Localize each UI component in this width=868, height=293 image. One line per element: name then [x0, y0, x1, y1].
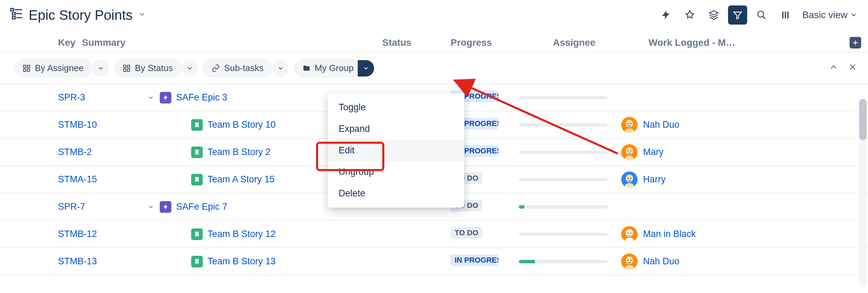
svg-point-38	[630, 260, 631, 261]
assignee-link[interactable]: Nah Duo	[643, 256, 680, 267]
expand-caret[interactable]	[147, 95, 155, 101]
chip-caret-my-group[interactable]	[358, 60, 374, 76]
svg-point-34	[630, 232, 631, 233]
svg-rect-12	[27, 65, 30, 68]
folder-icon	[302, 64, 311, 72]
structure-icon	[10, 7, 23, 24]
issue-summary-link[interactable]: Team B Story 12	[208, 229, 276, 239]
assignee-link[interactable]: Nah Duo	[643, 120, 680, 130]
issue-key-link[interactable]: STMB-12	[58, 229, 97, 239]
svg-rect-11	[24, 65, 26, 68]
view-selector[interactable]: Basic view	[802, 10, 857, 20]
story-icon	[191, 174, 203, 185]
menu-item-delete[interactable]: Delete	[328, 183, 464, 204]
view-label: Basic view	[802, 10, 848, 20]
chip-caret-sub-tasks[interactable]	[272, 60, 289, 76]
issue-summary-link[interactable]: SAFe Epic 3	[176, 92, 227, 103]
layers-icon[interactable]	[704, 5, 723, 25]
progress-bar	[519, 205, 608, 209]
menu-item-edit[interactable]: Edit	[328, 140, 464, 161]
svg-rect-14	[27, 69, 30, 71]
issue-summary-link[interactable]: Team B Story 10	[208, 120, 276, 130]
chip-caret-by-status[interactable]	[182, 60, 198, 76]
status-badge[interactable]: IN PROGRESS	[451, 254, 498, 266]
group-chip-by-assignee[interactable]: By Assignee	[14, 59, 93, 78]
menu-item-toggle[interactable]: Toggle	[328, 97, 464, 118]
progress-bar	[519, 96, 608, 99]
collapse-all-icon[interactable]	[829, 62, 838, 74]
column-header-summary[interactable]: Summary	[79, 37, 382, 48]
group-chip-my-group[interactable]: My Group	[294, 59, 362, 78]
pin-icon[interactable]	[680, 5, 699, 25]
assignee-link[interactable]: Harry	[643, 174, 666, 185]
issue-key-link[interactable]: STMB-2	[58, 147, 92, 157]
avatar	[621, 117, 638, 133]
svg-point-21	[627, 123, 628, 124]
svg-point-30	[630, 178, 631, 179]
menu-item-expand[interactable]: Expand	[328, 118, 464, 140]
columns-icon[interactable]	[776, 5, 795, 25]
avatar	[621, 226, 638, 242]
issue-key-link[interactable]: SPR-7	[58, 201, 85, 212]
story-icon	[191, 228, 203, 240]
link-icon	[212, 64, 220, 72]
progress-bar	[519, 151, 608, 154]
filter-icon[interactable]	[728, 5, 747, 25]
menu-item-ungroup[interactable]: Ungroup	[328, 161, 464, 183]
svg-point-33	[627, 232, 628, 233]
avatar	[621, 171, 638, 188]
issue-key-link[interactable]: STMB-10	[58, 120, 97, 130]
svg-rect-2	[12, 12, 15, 15]
svg-rect-4	[12, 16, 15, 19]
issue-summary-link[interactable]: SAFe Epic 7	[176, 201, 227, 212]
column-header-key[interactable]: Key	[0, 37, 79, 48]
assignee-link[interactable]: Mary	[643, 147, 664, 157]
issue-summary-link[interactable]: Team B Story 13	[208, 256, 276, 267]
svg-point-26	[630, 150, 631, 151]
expand-caret[interactable]	[147, 204, 155, 210]
progress-bar	[519, 123, 608, 127]
scrollbar-thumb[interactable]	[859, 99, 867, 140]
assignee-link[interactable]: Man in Black	[643, 229, 696, 239]
search-icon[interactable]	[752, 5, 771, 25]
group-chip-sub-tasks[interactable]: Sub-tasks	[203, 59, 272, 78]
issue-summary-link[interactable]: Team B Story 2	[208, 147, 271, 157]
column-header-worklogged[interactable]: Work Logged - M…	[649, 37, 785, 48]
progress-bar	[519, 233, 608, 236]
column-header-assignee[interactable]: Assignee	[553, 37, 649, 48]
story-icon	[191, 119, 203, 131]
issue-key-link[interactable]: STMA-15	[58, 174, 97, 184]
svg-rect-15	[124, 65, 126, 68]
issue-summary-link[interactable]: Team A Story 15	[208, 174, 275, 185]
progress-bar	[519, 178, 608, 181]
chip-label: By Assignee	[35, 63, 84, 73]
automation-icon[interactable]	[656, 5, 675, 25]
chip-caret-by-assignee[interactable]	[93, 60, 109, 76]
issue-key-link[interactable]: SPR-3	[58, 92, 85, 102]
svg-rect-0	[11, 9, 13, 11]
page-title: Epic Story Points	[29, 8, 133, 23]
epic-icon	[160, 201, 171, 213]
title-dropdown-caret[interactable]	[138, 10, 146, 20]
svg-point-29	[627, 178, 628, 179]
issue-key-link[interactable]: STMB-13	[58, 256, 97, 266]
chip-label: Sub-tasks	[224, 63, 264, 73]
svg-rect-16	[127, 65, 130, 68]
avatar	[621, 144, 638, 161]
grid-icon	[123, 64, 131, 72]
svg-rect-17	[124, 69, 126, 71]
table-row[interactable]: STMB-12 Team B Story 12 TO DO Man in Bla…	[0, 221, 868, 248]
svg-point-22	[630, 123, 631, 124]
column-header-progress[interactable]: Progress	[451, 37, 553, 48]
story-icon	[191, 256, 203, 267]
add-column-button[interactable]	[850, 37, 861, 48]
chip-label: By Status	[135, 63, 173, 73]
group-chip-by-status[interactable]: By Status	[114, 59, 182, 78]
avatar	[621, 253, 638, 270]
column-header-status[interactable]: Status	[382, 37, 451, 48]
svg-rect-13	[24, 69, 26, 71]
table-row[interactable]: STMB-13 Team B Story 13 IN PROGRESS Nah …	[0, 248, 868, 275]
status-badge[interactable]: TO DO	[451, 227, 482, 239]
close-icon[interactable]	[848, 62, 857, 74]
group-context-menu: Toggle Expand Edit Ungroup Delete	[328, 93, 464, 208]
